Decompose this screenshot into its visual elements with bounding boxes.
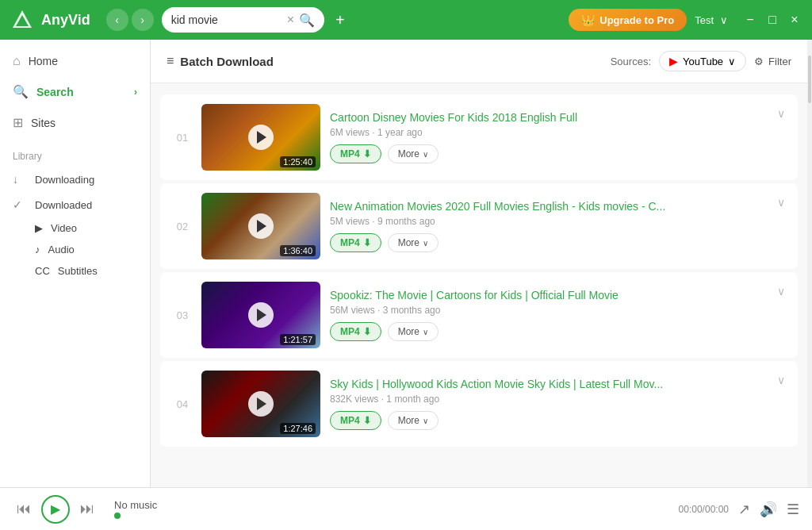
mp4-button-3[interactable]: MP4 ⬇ (330, 322, 381, 341)
result-item: 02 1:36:40 New Animation Movies 2020 Ful… (160, 183, 798, 269)
upgrade-button[interactable]: 👑 Upgrade to Pro (569, 9, 687, 31)
result-number: 02 (173, 221, 192, 232)
more-button-3[interactable]: More ∨ (388, 322, 439, 341)
filter-icon: ⚙ (754, 56, 764, 67)
play-pause-button[interactable]: ▶ (41, 495, 70, 524)
next-button[interactable]: ⏭ (76, 498, 98, 520)
home-icon: ⌂ (13, 54, 21, 68)
more-button-2[interactable]: More ∨ (388, 233, 439, 252)
download-icon-1: ⬇ (363, 148, 371, 159)
maximize-button[interactable]: □ (764, 12, 780, 28)
result-title-2[interactable]: New Animation Movies 2020 Full Movies En… (330, 200, 768, 213)
prev-button[interactable]: ⏮ (13, 498, 35, 520)
result-actions-1: MP4 ⬇ More ∨ (330, 144, 768, 163)
video-icon: ▶ (35, 222, 43, 234)
more-chevron-icon-3: ∨ (423, 328, 428, 336)
thumbnail-4[interactable]: 1:27:46 (201, 371, 320, 437)
search-input[interactable] (171, 13, 282, 26)
main-layout: ⌂ Home 🔍 Search › ⊞ Sites Library ↓ Down… (0, 40, 812, 487)
download-icon-2: ⬇ (363, 237, 371, 248)
playlist-button[interactable]: ☰ (787, 501, 799, 518)
more-chevron-icon-2: ∨ (423, 239, 428, 248)
volume-button[interactable]: 🔊 (760, 501, 777, 518)
sidebar-item-sites[interactable]: ⊞ Sites (0, 107, 150, 138)
thumbnail-1[interactable]: 1:25:40 (201, 104, 320, 171)
result-meta-4: 832K views · 1 month ago (330, 394, 768, 405)
result-title-3[interactable]: Spookiz: The Movie | Cartoons for Kids |… (330, 289, 768, 301)
result-dropdown-4[interactable]: ∨ (777, 374, 785, 386)
logo-area: AnyVid (10, 7, 90, 33)
search-bar-icons: × 🔍 (287, 13, 315, 28)
lib-item-downloading[interactable]: ↓ Downloading (13, 167, 137, 192)
search-arrow-icon: › (134, 86, 137, 98)
user-name: Test (695, 14, 714, 26)
logo-icon (10, 7, 35, 33)
sidebar-item-search[interactable]: 🔍 Search › (0, 76, 150, 107)
sidebar-item-home[interactable]: ⌂ Home (0, 46, 150, 76)
lib-sub-item-audio[interactable]: ♪ Audio (13, 239, 137, 260)
download-icon-4: ⬇ (363, 415, 371, 426)
content-area: ≡ Batch Download Sources: ▶ YouTube ∨ ⚙ … (151, 40, 807, 487)
sources-dropdown[interactable]: ▶ YouTube ∨ (659, 51, 746, 71)
batch-download-label: Batch Download (180, 55, 274, 68)
result-dropdown-3[interactable]: ∨ (777, 285, 785, 298)
results-list: 01 1:25:40 Cartoon Disney Movies For Kid… (151, 83, 807, 487)
sidebar: ⌂ Home 🔍 Search › ⊞ Sites Library ↓ Down… (0, 40, 151, 487)
filter-button[interactable]: ⚙ Filter (754, 56, 791, 67)
close-button[interactable]: × (787, 12, 802, 28)
library-section: Library ↓ Downloading ✓ Downloaded ▶ Vid… (0, 144, 150, 288)
progress-indicator (114, 513, 669, 519)
download-icon-3: ⬇ (363, 326, 371, 337)
result-title-1[interactable]: Cartoon Disney Movies For Kids 2018 Engl… (330, 111, 768, 124)
more-button-4[interactable]: More ∨ (388, 411, 439, 430)
play-button-1[interactable] (248, 125, 274, 150)
dropdown-chevron-icon: ∨ (728, 56, 736, 67)
play-button-2[interactable] (248, 213, 274, 239)
result-number: 03 (173, 309, 192, 321)
lib-item-downloaded[interactable]: ✓ Downloaded (13, 192, 137, 217)
play-triangle-icon (257, 220, 266, 232)
more-chevron-icon-1: ∨ (423, 150, 428, 159)
search-bar: × 🔍 (162, 7, 324, 33)
scrollbar-thumb[interactable] (808, 56, 811, 103)
user-chevron-icon[interactable]: ∨ (720, 14, 728, 26)
mp4-button-1[interactable]: MP4 ⬇ (330, 144, 381, 163)
subtitles-icon: CC (35, 265, 50, 277)
result-meta-1: 6M views · 1 year ago (330, 127, 768, 138)
sidebar-nav: ⌂ Home 🔍 Search › ⊞ Sites (0, 40, 150, 144)
lib-sub-item-video[interactable]: ▶ Video (13, 217, 137, 239)
sources-area: Sources: ▶ YouTube ∨ ⚙ Filter (611, 51, 791, 71)
thumbnail-2[interactable]: 1:36:40 (201, 193, 320, 259)
batch-icon: ≡ (167, 54, 174, 68)
bottom-player: ⏮ ▶ ⏭ No music 00:00/00:00 ↗ 🔊 ☰ (0, 487, 812, 530)
result-dropdown-1[interactable]: ∨ (777, 107, 785, 120)
scrollbar[interactable] (807, 40, 812, 487)
library-label: Library (13, 151, 137, 162)
mp4-button-4[interactable]: MP4 ⬇ (330, 411, 381, 430)
play-button-4[interactable] (248, 391, 274, 417)
minimize-button[interactable]: − (742, 12, 758, 28)
sidebar-search-label: Search (36, 86, 74, 98)
result-number: 04 (173, 398, 192, 410)
result-dropdown-2[interactable]: ∨ (777, 196, 785, 209)
result-actions-4: MP4 ⬇ More ∨ (330, 411, 768, 430)
crown-icon: 👑 (581, 13, 595, 26)
share-button[interactable]: ↗ (738, 501, 750, 518)
lib-sub-item-subtitles[interactable]: CC Subtitles (13, 260, 137, 282)
result-title-4[interactable]: Sky Kids | Hollywood Kids Action Movie S… (330, 378, 768, 390)
more-button-1[interactable]: More ∨ (388, 144, 439, 163)
downloading-icon: ↓ (13, 173, 27, 186)
nav-forward-button[interactable]: › (132, 9, 154, 31)
result-info-4: Sky Kids | Hollywood Kids Action Movie S… (330, 378, 768, 430)
mp4-button-2[interactable]: MP4 ⬇ (330, 233, 381, 252)
youtube-label: YouTube (683, 56, 723, 67)
clear-icon[interactable]: × (287, 13, 294, 28)
downloading-label: Downloading (35, 174, 94, 186)
batch-download-button[interactable]: ≡ Batch Download (167, 54, 274, 68)
thumbnail-3[interactable]: 1:21:57 (201, 282, 320, 348)
duration-badge-2: 1:36:40 (280, 245, 316, 256)
play-button-3[interactable] (248, 302, 274, 328)
add-tab-button[interactable]: + (335, 11, 345, 29)
nav-back-button[interactable]: ‹ (106, 9, 128, 31)
search-icon[interactable]: 🔍 (299, 13, 315, 28)
